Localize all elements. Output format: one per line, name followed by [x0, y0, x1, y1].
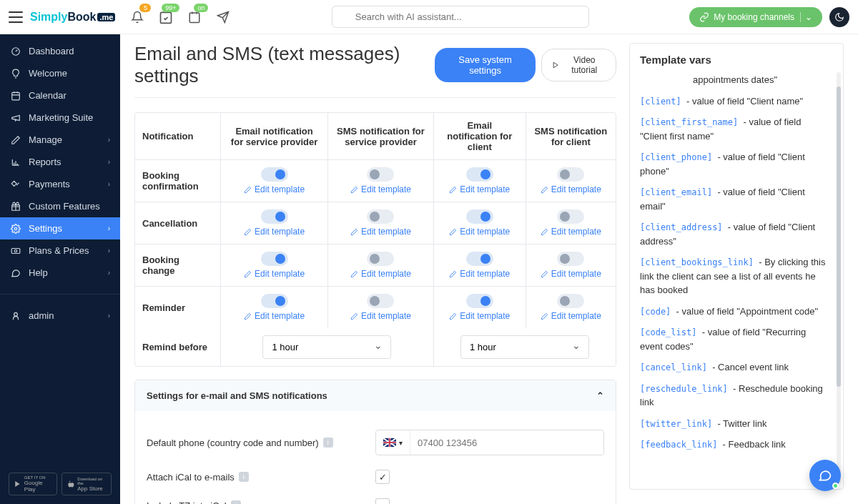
video-tutorial-button[interactable]: Video tutorial: [541, 49, 616, 81]
template-var[interactable]: [feedback_link] - Feedback link: [640, 438, 830, 452]
toggle-c3[interactable]: [466, 209, 493, 224]
table-row: Booking changeEdit templateEdit template…: [135, 244, 616, 287]
google-play-badge[interactable]: GET IT ONGoogle Play: [9, 473, 57, 495]
template-var[interactable]: [client_first_name] - value of field "Cl…: [640, 115, 830, 143]
edit-template-link[interactable]: Edit template: [350, 227, 411, 237]
template-var[interactable]: [code] - value of field "Appointment cod…: [640, 305, 830, 319]
toggle-c2[interactable]: [367, 294, 394, 308]
toggle-c4[interactable]: [557, 294, 584, 308]
remind-before-provider-select[interactable]: 1 hour: [262, 335, 391, 359]
info-icon[interactable]: i: [239, 472, 249, 482]
template-var[interactable]: [client] - value of field "Client name": [640, 94, 830, 109]
phone-number-input[interactable]: [410, 432, 603, 454]
template-var[interactable]: [twitter_link] - Twitter link: [640, 417, 830, 431]
template-var[interactable]: [client_bookings_link] - By clicking thi…: [640, 255, 830, 297]
edit-template-link[interactable]: Edit template: [541, 227, 601, 237]
toggle-c1[interactable]: [261, 209, 288, 224]
toggle-c1[interactable]: [261, 294, 288, 308]
sidebar-item-admin[interactable]: admin ›: [0, 305, 120, 327]
sidebar-item-plans-prices[interactable]: Plans & Prices›: [0, 239, 120, 262]
sidebar-item-welcome[interactable]: Welcome: [0, 62, 120, 84]
toggle-c4[interactable]: [557, 209, 584, 224]
nav-label: Reports: [29, 157, 61, 167]
brand-logo[interactable]: SimplyBook.me: [30, 11, 115, 24]
edit-template-link[interactable]: Edit template: [244, 227, 305, 237]
edit-template-link[interactable]: Edit template: [350, 269, 411, 279]
toggle-c1[interactable]: [261, 252, 288, 266]
toggle-c3[interactable]: [466, 294, 493, 308]
edit-template-link[interactable]: Edit template: [541, 311, 601, 321]
var-desc: - value of field "Appointment code": [676, 306, 819, 317]
nav-label: Marketing Suite: [29, 112, 93, 123]
search-input[interactable]: [332, 6, 589, 28]
svg-rect-4: [12, 92, 20, 100]
toggle-c2[interactable]: [367, 252, 394, 266]
sidebar-item-help[interactable]: Help›: [0, 262, 120, 284]
country-flag-selector[interactable]: ▾: [376, 430, 410, 455]
scrollbar-thumb[interactable]: [837, 87, 841, 387]
template-var[interactable]: [company] - Company name: [640, 459, 830, 460]
template-var[interactable]: [client_phone] - value of field "Client …: [640, 150, 830, 178]
edit-template-link[interactable]: Edit template: [244, 184, 305, 194]
template-var[interactable]: [reschedule_link] - Reschedule booking l…: [640, 382, 830, 410]
calendar-check-icon[interactable]: 99+: [158, 9, 174, 25]
svg-point-8: [14, 249, 17, 252]
edit-template-link[interactable]: Edit template: [244, 269, 305, 279]
send-icon[interactable]: [215, 9, 231, 25]
toggle-c3[interactable]: [466, 252, 493, 266]
chevron-right-icon: ›: [108, 136, 110, 144]
nav-label: Plans & Prices: [29, 245, 89, 256]
remind-before-client-select[interactable]: 1 hour: [460, 335, 589, 359]
booking-channels-button[interactable]: My booking channels ⌄: [689, 7, 822, 27]
toggle-c2[interactable]: [367, 209, 394, 224]
ical-checkbox[interactable]: [375, 470, 390, 484]
info-icon[interactable]: i: [231, 500, 241, 504]
sidebar-item-dashboard[interactable]: Dashboard: [0, 40, 120, 62]
edit-template-link[interactable]: Edit template: [541, 184, 601, 194]
sidebar-item-custom-features[interactable]: Custom Features: [0, 195, 120, 217]
booking-widget-icon[interactable]: on: [187, 9, 202, 25]
dark-mode-toggle[interactable]: [829, 7, 849, 27]
info-icon[interactable]: i: [323, 438, 333, 448]
var-code: [feedback_link]: [640, 440, 717, 450]
template-var[interactable]: [client_address] - value of field "Clien…: [640, 220, 830, 248]
sidebar-item-manage[interactable]: Manage›: [0, 129, 120, 151]
edit-template-link[interactable]: Edit template: [350, 311, 411, 321]
template-var[interactable]: [client_email] - value of field "Client …: [640, 185, 830, 213]
edit-template-link[interactable]: Edit template: [449, 269, 510, 279]
sidebar-item-payments[interactable]: Payments›: [0, 173, 120, 195]
var-fragment: appointments dates": [640, 73, 830, 87]
col-sms-client: SMS notification for client: [526, 113, 616, 160]
sidebar-item-settings[interactable]: Settings›: [0, 217, 120, 239]
toggle-c1[interactable]: [261, 167, 288, 182]
chevron-right-icon: ›: [108, 158, 110, 166]
megaphone-icon: [10, 113, 21, 123]
template-var[interactable]: [cancel_link] - Cancel event link: [640, 360, 830, 375]
chat-icon: [818, 468, 832, 483]
toggle-c3[interactable]: [466, 167, 493, 182]
toggle-c4[interactable]: [557, 167, 584, 182]
edit-template-link[interactable]: Edit template: [244, 311, 305, 321]
notifications-bell-icon[interactable]: 5: [129, 9, 145, 25]
edit-template-link[interactable]: Edit template: [449, 227, 510, 237]
save-button[interactable]: Save system settings: [435, 48, 536, 82]
sidebar-item-reports[interactable]: Reports›: [0, 151, 120, 173]
edit-template-link[interactable]: Edit template: [350, 184, 411, 194]
toggle-c2[interactable]: [367, 167, 394, 182]
sidebar-item-marketing-suite[interactable]: Marketing Suite: [0, 107, 120, 129]
sidebar-item-calendar[interactable]: Calendar: [0, 84, 120, 107]
var-code: [client_first_name]: [640, 117, 738, 127]
edit-template-link[interactable]: Edit template: [449, 311, 510, 321]
chat-fab[interactable]: [809, 460, 841, 491]
user-icon: [10, 311, 21, 321]
accordion-header[interactable]: Settings for e-mail and SMS notification…: [135, 380, 616, 411]
edit-template-link[interactable]: Edit template: [541, 269, 601, 279]
toggle-c4[interactable]: [557, 252, 584, 266]
template-var[interactable]: [code_list] - value of field "Recurring …: [640, 325, 830, 353]
app-store-badge[interactable]: Download on theApp Store: [61, 473, 112, 495]
admin-label: admin: [29, 310, 54, 321]
nav-label: Manage: [29, 134, 62, 145]
menu-toggle[interactable]: [9, 11, 23, 23]
edit-template-link[interactable]: Edit template: [449, 184, 510, 194]
tz-checkbox[interactable]: [375, 498, 390, 504]
